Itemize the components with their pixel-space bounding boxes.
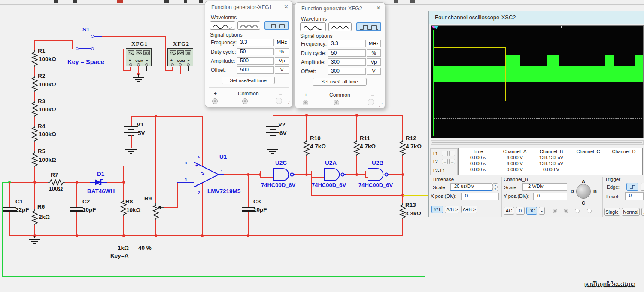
duty-cycle-input[interactable]: 50 bbox=[237, 48, 274, 55]
plus-terminal-post[interactable] bbox=[212, 98, 218, 104]
minus-terminal[interactable] bbox=[187, 63, 190, 66]
resistor-r3[interactable] bbox=[32, 101, 38, 117]
ref: C1 bbox=[15, 198, 23, 205]
channel-selector-knob[interactable] bbox=[576, 184, 591, 199]
set-rise-fall-button[interactable]: Set rise/Fall time bbox=[313, 78, 367, 86]
timebase-xpos-input[interactable]: 0 bbox=[461, 193, 499, 200]
triangle-wave-button[interactable] bbox=[328, 22, 352, 31]
capacitor-c2[interactable] bbox=[70, 206, 84, 212]
xfg1-dialog[interactable]: Function generator-XFG1 × Waveforms Sign… bbox=[205, 1, 293, 107]
capacitor-c1[interactable] bbox=[3, 206, 16, 212]
t1-left-button[interactable]: ← bbox=[442, 151, 448, 156]
frequency-input[interactable]: 3.3 bbox=[328, 40, 366, 47]
resistor-r1[interactable] bbox=[32, 50, 38, 67]
channel-b-ypos-input[interactable]: 0 bbox=[533, 193, 567, 200]
zero-coupling-button[interactable]: 0 bbox=[516, 207, 525, 215]
text-caret bbox=[453, 184, 453, 190]
amplitude-input[interactable]: 300 bbox=[328, 58, 366, 66]
com-terminal[interactable] bbox=[179, 63, 182, 66]
close-icon[interactable]: × bbox=[284, 3, 288, 11]
nand-gate-u2b[interactable] bbox=[367, 168, 389, 181]
rising-edge-button[interactable] bbox=[626, 183, 638, 191]
switch-throw-terminal[interactable] bbox=[91, 35, 94, 38]
oscilloscope-window[interactable]: Four channel oscilloscope-XSC2 T1 ← → T2… bbox=[428, 11, 644, 217]
offset-label: Offset: bbox=[211, 67, 226, 73]
t2-label: T2 bbox=[432, 159, 438, 164]
resistor-r4[interactable] bbox=[32, 126, 38, 142]
spinner-down-button[interactable]: ▼ bbox=[492, 187, 498, 191]
sine-wave-button[interactable] bbox=[210, 21, 235, 30]
nand-gate-u2c[interactable] bbox=[273, 168, 295, 181]
resistor-r11[interactable] bbox=[354, 140, 360, 156]
frequency-input[interactable]: 3.3 bbox=[237, 39, 274, 46]
spinner-up-button[interactable]: ▲ bbox=[492, 183, 498, 187]
switch-blade[interactable] bbox=[79, 48, 91, 49]
aplusb-mode-button[interactable]: A+B > bbox=[461, 206, 477, 213]
resistor-r12[interactable] bbox=[400, 140, 406, 156]
resize-grip-icon[interactable]: ⋰ bbox=[286, 101, 291, 106]
minus-coupling-button[interactable]: - bbox=[539, 207, 545, 215]
cell: 138.133 uV bbox=[532, 154, 570, 160]
resistor-r10[interactable] bbox=[304, 140, 310, 156]
close-icon[interactable]: × bbox=[377, 4, 380, 12]
falling-edge-button[interactable] bbox=[641, 183, 644, 191]
minus-terminal-post[interactable] bbox=[276, 98, 282, 104]
square-wave-button[interactable] bbox=[356, 22, 381, 31]
trigger-level-input[interactable]: 0 bbox=[625, 192, 644, 200]
channel-b-scale-input[interactable]: 2 V/Div bbox=[522, 183, 567, 191]
value: 2kΩ bbox=[39, 214, 50, 220]
com-terminal[interactable] bbox=[137, 63, 140, 66]
plus-terminal-post[interactable] bbox=[303, 100, 308, 105]
wire bbox=[9, 182, 48, 183]
xfg2-symbol[interactable]: + COM − bbox=[167, 48, 193, 66]
plus-terminal[interactable] bbox=[171, 63, 174, 66]
sine-wave-button[interactable] bbox=[300, 22, 326, 31]
channel-radio[interactable] bbox=[564, 209, 568, 213]
channel-radio[interactable] bbox=[587, 209, 592, 213]
duty-cycle-input[interactable]: 50 bbox=[328, 49, 366, 57]
single-trigger-button[interactable]: Single bbox=[604, 208, 620, 216]
resistor-r6[interactable] bbox=[32, 209, 38, 225]
amplitude-input[interactable]: 500 bbox=[237, 57, 274, 65]
offset-input[interactable]: 500 bbox=[237, 66, 274, 74]
auto-trigger-button[interactable]: Auto bbox=[641, 208, 644, 216]
normal-trigger-button[interactable]: Normal bbox=[622, 208, 640, 216]
t2-left-button[interactable]: ← bbox=[442, 159, 448, 164]
switch-throw-terminal[interactable] bbox=[91, 47, 94, 50]
trigger-position-marker bbox=[561, 26, 562, 28]
triangle-wave-button[interactable] bbox=[237, 21, 260, 30]
square-wave-button[interactable] bbox=[264, 21, 289, 30]
resistor-r2[interactable] bbox=[32, 76, 38, 92]
ac-coupling-button[interactable]: AC bbox=[504, 207, 514, 215]
xfg1-symbol[interactable]: + COM − bbox=[126, 48, 152, 66]
channel-radio[interactable] bbox=[553, 209, 557, 213]
yt-mode-button[interactable]: Y/T bbox=[431, 206, 443, 213]
t1-right-button[interactable]: → bbox=[449, 151, 455, 156]
diode-d1[interactable] bbox=[90, 178, 107, 186]
nand-gate-u2a[interactable] bbox=[323, 168, 346, 181]
xfg2-dialog[interactable]: Function generator-XFG2 × Waveforms Sign… bbox=[295, 2, 385, 108]
ref: R2 bbox=[38, 73, 45, 79]
wire bbox=[94, 49, 102, 49]
minus-terminal[interactable] bbox=[145, 63, 148, 66]
timebase-scale-input[interactable]: 20 us/Div bbox=[450, 183, 492, 191]
offset-input[interactable]: 300 bbox=[328, 68, 366, 75]
dc-coupling-button[interactable]: DC bbox=[526, 207, 537, 215]
t2-right-button[interactable]: → bbox=[449, 159, 455, 164]
channel-b-ypos-label: Y pos.(Div): bbox=[504, 194, 529, 199]
plus-terminal[interactable] bbox=[129, 63, 132, 66]
resistor-r13[interactable] bbox=[400, 203, 406, 219]
t2-cursor-marker[interactable] bbox=[434, 26, 439, 29]
common-terminal-post[interactable] bbox=[334, 100, 339, 105]
resistor-r7[interactable] bbox=[48, 179, 65, 185]
set-rise-fall-button[interactable]: Set rise/Fall time bbox=[222, 77, 275, 84]
channel-radio[interactable] bbox=[575, 209, 580, 213]
display-scrollbar[interactable] bbox=[431, 140, 644, 145]
minus-terminal-post[interactable] bbox=[368, 99, 374, 105]
ab-mode-button[interactable]: A/B > bbox=[445, 206, 459, 213]
common-terminal-post[interactable] bbox=[242, 98, 248, 104]
cursor-box: T1 ← → T2 ← → T2-T1 bbox=[430, 148, 458, 175]
switch-pole-terminal[interactable] bbox=[76, 47, 79, 50]
resize-grip-icon[interactable]: ⋰ bbox=[379, 102, 383, 107]
resistor-r5[interactable] bbox=[32, 151, 38, 167]
